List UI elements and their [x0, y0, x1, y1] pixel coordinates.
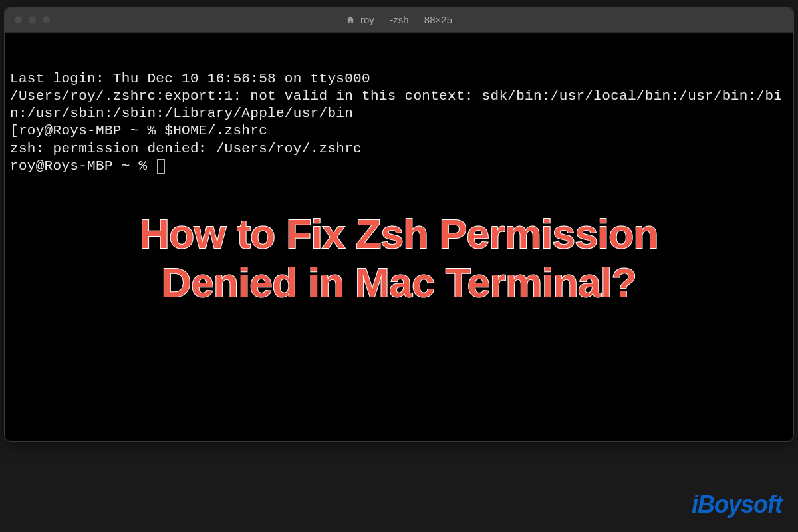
- terminal-prompt: roy@Roys-MBP ~ %: [10, 158, 156, 174]
- watermark-text: iBoysoft: [692, 491, 782, 518]
- terminal-line: /Users/roy/.zshrc:export:1: not valid in…: [10, 88, 788, 123]
- maximize-button[interactable]: [42, 15, 51, 24]
- minimize-button[interactable]: [28, 15, 37, 24]
- window-title: roy — -zsh — 88×25: [360, 14, 452, 25]
- terminal-line: [roy@Roys-MBP ~ % $HOME/.zshrc: [10, 122, 788, 140]
- titlebar[interactable]: roy — -zsh — 88×25: [5, 7, 793, 33]
- close-button[interactable]: [14, 15, 23, 24]
- home-icon: [346, 15, 355, 25]
- overlay-heading-line1: How to Fix Zsh Permission: [0, 209, 798, 258]
- overlay-heading: How to Fix Zsh Permission Denied in Mac …: [0, 209, 798, 307]
- terminal-line: zsh: permission denied: /Users/roy/.zshr…: [10, 140, 788, 158]
- window-title-area: roy — -zsh — 88×25: [346, 14, 452, 25]
- overlay-heading-line2: Denied in Mac Terminal?: [0, 258, 798, 307]
- cursor: [157, 159, 165, 174]
- terminal-line: Last login: Thu Dec 10 16:56:58 on ttys0…: [10, 70, 788, 88]
- watermark-logo: iBoysoft: [692, 491, 782, 519]
- traffic-lights: [5, 15, 51, 24]
